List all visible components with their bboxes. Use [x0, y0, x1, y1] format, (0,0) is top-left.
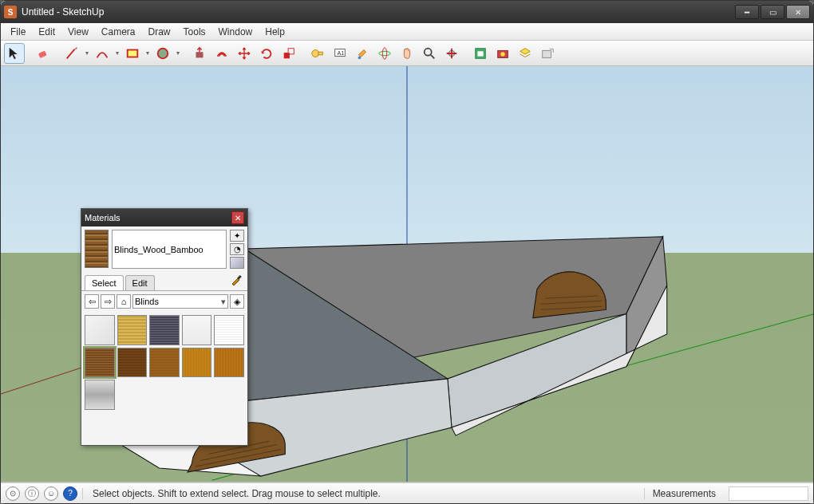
- swatch-0[interactable]: [85, 315, 115, 345]
- color-swatch-button[interactable]: [230, 257, 244, 269]
- status-bar: ⊙ ⓘ ☺ ? Select objects. Shift to extend …: [1, 482, 813, 503]
- menu-window[interactable]: Window: [212, 25, 259, 39]
- swatch-2[interactable]: [149, 315, 180, 345]
- nav-back-button[interactable]: ⇦: [85, 294, 99, 309]
- create-material-button[interactable]: ✦: [230, 230, 244, 242]
- text-tool[interactable]: A1: [330, 43, 350, 64]
- eraser-tool[interactable]: [33, 43, 53, 64]
- arc-tool[interactable]: [92, 43, 113, 64]
- swatch-3[interactable]: [182, 315, 212, 345]
- svg-point-2: [158, 48, 168, 58]
- tab-edit[interactable]: Edit: [125, 275, 155, 290]
- swatch-10[interactable]: [85, 380, 115, 410]
- window-title: Untitled - SketchUp: [22, 6, 735, 18]
- measurements-label: Measurements: [644, 488, 724, 499]
- status-hint: Select objects. Shift to extend select. …: [82, 488, 639, 499]
- maximize-button[interactable]: ▭: [761, 5, 784, 19]
- materials-titlebar[interactable]: Materials ✕: [81, 209, 247, 226]
- rotate-tool[interactable]: [256, 43, 277, 64]
- nav-forward-button[interactable]: ⇨: [101, 294, 115, 309]
- rectangle-tool[interactable]: [122, 43, 143, 64]
- layers-tool[interactable]: [515, 43, 535, 64]
- swatch-1[interactable]: [117, 315, 148, 345]
- materials-grid: [81, 312, 247, 413]
- menu-file[interactable]: File: [4, 25, 32, 39]
- line-dropdown[interactable]: ▾: [84, 49, 90, 57]
- titlebar: S Untitled - SketchUp ━ ▭ ✕: [1, 1, 813, 23]
- circle-dropdown[interactable]: ▾: [175, 49, 181, 57]
- credits-icon[interactable]: ⓘ: [25, 486, 39, 501]
- arc-dropdown[interactable]: ▾: [114, 49, 121, 57]
- svg-rect-16: [477, 51, 483, 56]
- menu-help[interactable]: Help: [259, 25, 291, 39]
- export-tool[interactable]: [537, 43, 558, 64]
- swatch-4[interactable]: [214, 315, 244, 345]
- swatch-7[interactable]: [149, 348, 180, 378]
- details-button[interactable]: ◈: [230, 294, 244, 309]
- move-tool[interactable]: [234, 43, 255, 64]
- close-button[interactable]: ✕: [786, 5, 810, 19]
- material-name-input[interactable]: [112, 230, 227, 269]
- svg-point-6: [312, 49, 319, 57]
- menu-bar: File Edit View Camera Draw Tools Window …: [1, 23, 813, 41]
- menu-edit[interactable]: Edit: [32, 25, 61, 39]
- line-tool[interactable]: [61, 43, 82, 64]
- svg-rect-0: [38, 50, 47, 58]
- materials-close-button[interactable]: ✕: [231, 211, 244, 224]
- help-icon[interactable]: ?: [63, 486, 77, 501]
- orbit-tool[interactable]: [374, 43, 395, 64]
- nav-home-button[interactable]: ⌂: [117, 294, 131, 309]
- menu-tools[interactable]: Tools: [177, 25, 212, 39]
- svg-rect-4: [284, 53, 290, 58]
- pan-tool[interactable]: [397, 43, 417, 64]
- menu-draw[interactable]: Draw: [142, 25, 177, 39]
- zoom-tool[interactable]: [419, 43, 440, 64]
- minimize-button[interactable]: ━: [735, 5, 759, 19]
- tape-tool[interactable]: [307, 43, 328, 64]
- eyedropper-icon[interactable]: [230, 274, 243, 286]
- menu-camera[interactable]: Camera: [95, 25, 142, 39]
- measurements-input[interactable]: [729, 486, 808, 501]
- material-preview: [85, 230, 109, 268]
- warehouse-tool[interactable]: [470, 43, 491, 64]
- category-label: Blinds: [135, 297, 159, 306]
- shape-dropdown[interactable]: ▾: [144, 49, 151, 57]
- paint-tool[interactable]: [352, 43, 373, 64]
- svg-point-12: [382, 47, 386, 58]
- circle-tool[interactable]: [152, 43, 173, 64]
- extension-tool[interactable]: [492, 43, 513, 64]
- svg-point-13: [425, 48, 432, 55]
- pushpull-tool[interactable]: [189, 43, 210, 64]
- svg-rect-3: [196, 52, 204, 57]
- tab-select[interactable]: Select: [85, 275, 124, 290]
- zoom-extents-tool[interactable]: [441, 43, 462, 64]
- svg-point-18: [500, 52, 504, 56]
- select-tool[interactable]: [4, 43, 25, 64]
- user-icon[interactable]: ☺: [44, 486, 58, 501]
- app-icon: S: [4, 6, 17, 18]
- materials-title: Materials: [85, 213, 231, 222]
- materials-panel[interactable]: Materials ✕ ✦ ◔ Select Edit ⇦: [81, 208, 248, 446]
- app-window: S Untitled - SketchUp ━ ▭ ✕ File Edit Vi…: [0, 0, 814, 504]
- geo-icon[interactable]: ⊙: [6, 486, 20, 501]
- category-combo[interactable]: Blinds: [132, 294, 228, 309]
- swatch-6[interactable]: [117, 348, 148, 378]
- svg-text:A1: A1: [337, 49, 344, 56]
- viewport-3d[interactable]: Materials ✕ ✦ ◔ Select Edit ⇦: [1, 66, 813, 482]
- svg-rect-1: [128, 49, 138, 57]
- svg-rect-7: [318, 52, 322, 55]
- menu-view[interactable]: View: [61, 25, 95, 39]
- default-material-button[interactable]: ◔: [230, 243, 244, 255]
- swatch-8[interactable]: [182, 348, 212, 378]
- swatch-9[interactable]: [214, 348, 244, 378]
- svg-point-10: [358, 56, 362, 59]
- svg-rect-19: [543, 50, 551, 57]
- offset-tool[interactable]: [211, 43, 232, 64]
- toolbar: ▾ ▾ ▾ ▾ A1: [1, 41, 813, 66]
- scale-tool[interactable]: [279, 43, 299, 64]
- swatch-5[interactable]: [85, 348, 115, 378]
- svg-point-11: [379, 51, 390, 55]
